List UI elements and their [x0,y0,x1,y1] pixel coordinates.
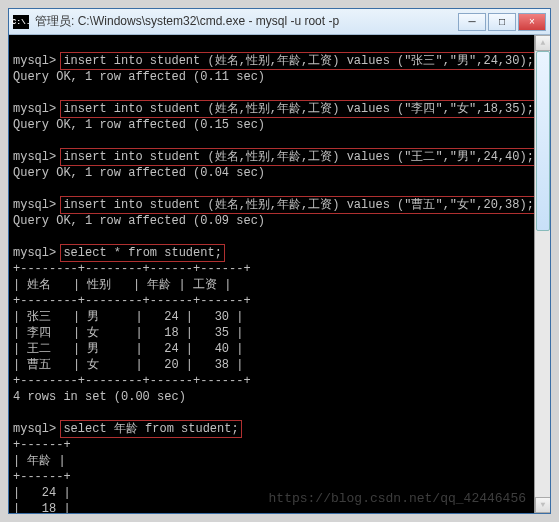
prompt: mysql> [13,422,56,436]
select-age-cmd: select 年龄 from student; [60,420,241,438]
titlebar[interactable]: C:\. 管理员: C:\Windows\system32\cmd.exe - … [9,9,550,35]
table-header: | 姓名 | 性别 | 年龄 | 工资 | [13,278,231,292]
window-controls: ─ □ × [458,13,546,31]
table-footer: 4 rows in set (0.00 sec) [13,390,186,404]
scrollbar[interactable]: ▲ ▼ [534,35,550,513]
maximize-button[interactable]: □ [488,13,516,31]
response-4: Query OK, 1 row affected (0.09 sec) [13,214,265,228]
table-header: | 年龄 | [13,454,66,468]
prompt: mysql> [13,102,56,116]
insert-cmd-4: insert into student (姓名,性别,年龄,工资) values… [60,196,536,214]
cmd-icon: C:\. [13,15,29,29]
minimize-button[interactable]: ─ [458,13,486,31]
table-row: | 王二 | 男 | 24 | 40 | [13,342,243,356]
prompt: mysql> [13,246,56,260]
close-button[interactable]: × [518,13,546,31]
cmd-window: C:\. 管理员: C:\Windows\system32\cmd.exe - … [8,8,551,514]
select-all-cmd: select * from student; [60,244,224,262]
response-2: Query OK, 1 row affected (0.15 sec) [13,118,265,132]
table-border: +------+ [13,470,71,484]
watermark: https://blog.csdn.net/qq_42446456 [269,491,526,507]
response-1: Query OK, 1 row affected (0.11 sec) [13,70,265,84]
table-row: | 曹五 | 女 | 20 | 38 | [13,358,243,372]
table-row: | 24 | [13,486,71,500]
table-row: | 张三 | 男 | 24 | 30 | [13,310,243,324]
terminal-body[interactable]: mysql> insert into student (姓名,性别,年龄,工资)… [9,35,550,513]
table-border: +------+ [13,438,71,452]
table-row: | 李四 | 女 | 18 | 35 | [13,326,243,340]
insert-cmd-1: insert into student (姓名,性别,年龄,工资) values… [60,52,536,70]
insert-cmd-3: insert into student (姓名,性别,年龄,工资) values… [60,148,536,166]
insert-cmd-2: insert into student (姓名,性别,年龄,工资) values… [60,100,536,118]
window-title: 管理员: C:\Windows\system32\cmd.exe - mysql… [35,13,458,30]
scroll-up-button[interactable]: ▲ [535,35,550,51]
table-border: +--------+--------+------+------+ [13,374,251,388]
prompt: mysql> [13,54,56,68]
table-border: +--------+--------+------+------+ [13,294,251,308]
scroll-down-button[interactable]: ▼ [535,497,550,513]
scroll-thumb[interactable] [536,51,550,231]
prompt: mysql> [13,150,56,164]
prompt: mysql> [13,198,56,212]
response-3: Query OK, 1 row affected (0.04 sec) [13,166,265,180]
table-border: +--------+--------+------+------+ [13,262,251,276]
table-row: | 18 | [13,502,71,513]
